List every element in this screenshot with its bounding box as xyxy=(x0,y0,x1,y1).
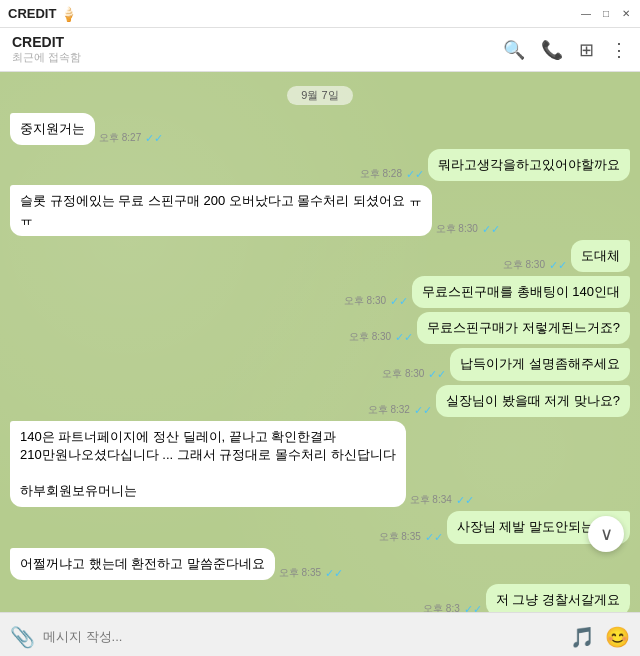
contact-info: CREDIT 최근에 접속함 xyxy=(12,34,81,65)
msg-meta: 오후 8:30✓✓ xyxy=(503,258,567,272)
contact-name: CREDIT xyxy=(12,34,81,50)
message-time: 오후 8:35 xyxy=(379,530,421,544)
msg-meta: 오후 8:32✓✓ xyxy=(368,403,432,417)
message-time: 오후 8:3 xyxy=(423,602,460,612)
chat-area[interactable]: 9월 7일 중지원거는오후 8:27✓✓오후 8:28✓✓뭐라고생각을하고있어야… xyxy=(0,72,640,612)
layout-icon[interactable]: ⊞ xyxy=(579,39,594,61)
message-bubble: 무료스핀구매를 총배팅이 140인대 xyxy=(412,276,630,308)
message-check: ✓✓ xyxy=(482,223,500,236)
message-time: 오후 8:30 xyxy=(503,258,545,272)
title-bar-controls: — □ ✕ xyxy=(580,8,632,20)
msg-meta: 오후 8:30✓✓ xyxy=(382,367,446,381)
message-row: 중지원거는오후 8:27✓✓ xyxy=(10,113,630,145)
message-check: ✓✓ xyxy=(406,168,424,181)
msg-meta: 오후 8:34✓✓ xyxy=(410,493,474,507)
message-row: 오후 8:28✓✓뭐라고생각을하고있어야할까요 xyxy=(10,149,630,181)
msg-meta: 오후 8:28✓✓ xyxy=(360,167,424,181)
input-bar: 📎 🎵 😊 xyxy=(0,612,640,656)
message-check: ✓✓ xyxy=(464,603,482,612)
message-row: 어쩔꺼냐고 했는데 환전하고 말씀준다네요오후 8:35✓✓ xyxy=(10,548,630,580)
msg-meta: 오후 8:30✓✓ xyxy=(436,222,500,236)
message-check: ✓✓ xyxy=(145,132,163,145)
message-time: 오후 8:34 xyxy=(410,493,452,507)
scroll-down-button[interactable]: ∨ xyxy=(588,516,624,552)
msg-meta: 오후 8:35✓✓ xyxy=(279,566,343,580)
app-title: CREDIT xyxy=(8,6,56,21)
close-button[interactable]: ✕ xyxy=(620,8,632,20)
title-emoji: 🍦 xyxy=(60,6,77,22)
message-time: 오후 8:30 xyxy=(349,330,391,344)
phone-icon[interactable]: 📞 xyxy=(541,39,563,61)
msg-meta: 오후 8:35✓✓ xyxy=(379,530,443,544)
message-bubble: 140은 파트너페이지에 정산 딜레이, 끝나고 확인한결과 210만원나오셨다… xyxy=(10,421,406,508)
message-time: 오후 8:35 xyxy=(279,566,321,580)
message-bubble: 저 그냥 경찰서갈게요 xyxy=(486,584,630,612)
chat-header: CREDIT 최근에 접속함 🔍 📞 ⊞ ⋮ xyxy=(0,28,640,72)
message-bubble: 무료스핀구매가 저렇게된느거죠? xyxy=(417,312,630,344)
message-time: 오후 8:32 xyxy=(368,403,410,417)
message-check: ✓✓ xyxy=(549,259,567,272)
message-row: 오후 8:3✓✓저 그냥 경찰서갈게요 xyxy=(10,584,630,612)
message-row: 오후 8:30✓✓무료스핀구매를 총배팅이 140인대 xyxy=(10,276,630,308)
message-time: 오후 8:30 xyxy=(344,294,386,308)
input-action-icons: 🎵 😊 xyxy=(570,625,630,649)
message-row: 오후 8:32✓✓실장님이 봤을때 저게 맞나요? xyxy=(10,385,630,417)
message-bubble: 중지원거는 xyxy=(10,113,95,145)
messages-container: 중지원거는오후 8:27✓✓오후 8:28✓✓뭐라고생각을하고있어야할까요슬롯 … xyxy=(10,113,630,612)
minimize-button[interactable]: — xyxy=(580,8,592,20)
attach-icon[interactable]: 📎 xyxy=(10,625,35,649)
message-check: ✓✓ xyxy=(395,331,413,344)
title-bar: CREDIT 🍦 — □ ✕ xyxy=(0,0,640,28)
message-row: 오후 8:30✓✓납득이가게 설명좀해주세요 xyxy=(10,348,630,380)
search-icon[interactable]: 🔍 xyxy=(503,39,525,61)
message-time: 오후 8:30 xyxy=(382,367,424,381)
title-bar-left: CREDIT 🍦 xyxy=(8,6,77,22)
maximize-button[interactable]: □ xyxy=(600,8,612,20)
message-time: 오후 8:27 xyxy=(99,131,141,145)
message-check: ✓✓ xyxy=(425,531,443,544)
message-row: 오후 8:30✓✓도대체 xyxy=(10,240,630,272)
msg-meta: 오후 8:30✓✓ xyxy=(344,294,408,308)
message-bubble: 슬롯 규정에있는 무료 스핀구매 200 오버났다고 몰수처리 되셨어요 ㅠㅠ xyxy=(10,185,432,235)
message-input[interactable] xyxy=(43,629,562,644)
contact-status: 최근에 접속함 xyxy=(12,50,81,65)
msg-meta: 오후 8:30✓✓ xyxy=(349,330,413,344)
message-time: 오후 8:30 xyxy=(436,222,478,236)
message-bubble: 실장님이 봤을때 저게 맞나요? xyxy=(436,385,630,417)
message-check: ✓✓ xyxy=(428,368,446,381)
message-time: 오후 8:28 xyxy=(360,167,402,181)
msg-meta: 오후 8:3✓✓ xyxy=(423,602,482,612)
message-check: ✓✓ xyxy=(325,567,343,580)
message-row: 오후 8:35✓✓사장님 제발 말도안되는소리 xyxy=(10,511,630,543)
message-bubble: 뭐라고생각을하고있어야할까요 xyxy=(428,149,630,181)
message-check: ✓✓ xyxy=(390,295,408,308)
header-actions: 🔍 📞 ⊞ ⋮ xyxy=(503,39,628,61)
sticker-icon[interactable]: 🎵 xyxy=(570,625,595,649)
msg-meta: 오후 8:27✓✓ xyxy=(99,131,163,145)
message-row: 슬롯 규정에있는 무료 스핀구매 200 오버났다고 몰수처리 되셨어요 ㅠㅠ오… xyxy=(10,185,630,235)
emoji-icon[interactable]: 😊 xyxy=(605,625,630,649)
date-label: 9월 7일 xyxy=(287,86,352,105)
message-check: ✓✓ xyxy=(456,494,474,507)
message-check: ✓✓ xyxy=(414,404,432,417)
date-badge: 9월 7일 xyxy=(10,86,630,105)
message-bubble: 납득이가게 설명좀해주세요 xyxy=(450,348,630,380)
message-row: 140은 파트너페이지에 정산 딜레이, 끝나고 확인한결과 210만원나오셨다… xyxy=(10,421,630,508)
message-row: 오후 8:30✓✓무료스핀구매가 저렇게된느거죠? xyxy=(10,312,630,344)
message-bubble: 도대체 xyxy=(571,240,630,272)
message-bubble: 어쩔꺼냐고 했는데 환전하고 말씀준다네요 xyxy=(10,548,275,580)
menu-icon[interactable]: ⋮ xyxy=(610,39,628,61)
